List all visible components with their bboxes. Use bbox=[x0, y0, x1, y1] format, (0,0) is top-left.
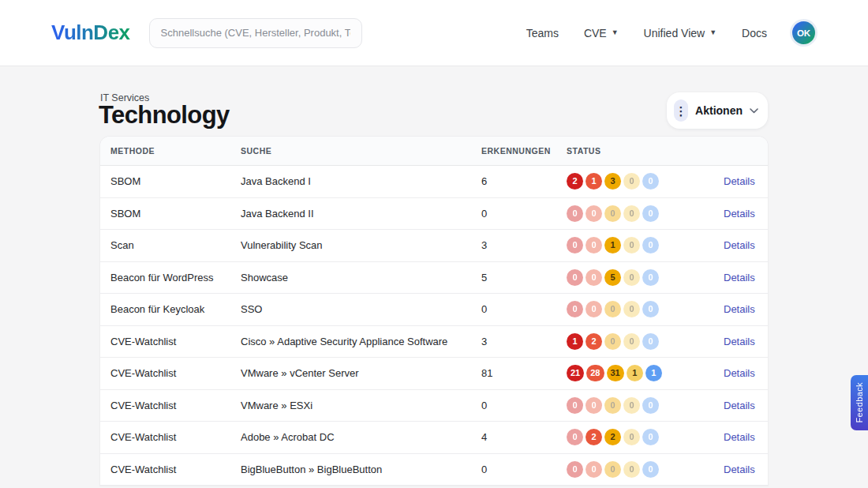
cell-methode: CVE-Watchlist bbox=[110, 431, 241, 443]
cell-methode: Scan bbox=[110, 239, 241, 251]
status-badge-low: 0 bbox=[623, 205, 640, 222]
details-link[interactable]: Details bbox=[724, 303, 755, 315]
status-badge-medium: 2 bbox=[604, 429, 621, 445]
nav-item-cve[interactable]: CVE ▼ bbox=[584, 27, 619, 39]
column-header-erkennungen: ERKENNUNGEN bbox=[481, 146, 567, 156]
cell-suche: VMware » ESXi bbox=[241, 400, 481, 411]
status-badge-low: 1 bbox=[627, 365, 643, 381]
details-link[interactable]: Details bbox=[724, 239, 755, 251]
details-link[interactable]: Details bbox=[724, 431, 755, 443]
details-link[interactable]: Details bbox=[724, 175, 755, 187]
table-row: Beacon für WordPress Showcase 5 0 0 5 0 … bbox=[100, 262, 768, 295]
cell-methode: CVE-Watchlist bbox=[110, 400, 241, 411]
status-badge-critical: 2 bbox=[567, 173, 583, 190]
status-badge-high: 0 bbox=[586, 269, 602, 286]
cell-details: Details bbox=[724, 303, 755, 315]
cell-suche: Java Backend II bbox=[241, 208, 481, 220]
cell-suche: VMware » vCenter Server bbox=[241, 367, 481, 379]
table-row: CVE-Watchlist VMware » ESXi 0 0 0 0 0 0 … bbox=[100, 390, 768, 422]
table-row: CVE-Watchlist Adobe » Acrobat DC 4 0 2 2… bbox=[100, 422, 768, 454]
status-badge-high: 0 bbox=[586, 461, 602, 478]
cell-status: 0 0 5 0 0 bbox=[567, 269, 724, 286]
table-row: CVE-Watchlist VMware » vCenter Server 81… bbox=[100, 358, 768, 390]
status-badge-info: 0 bbox=[642, 397, 659, 414]
status-badge-medium: 0 bbox=[604, 461, 621, 478]
actions-button[interactable]: ⋮ Aktionen bbox=[667, 92, 768, 129]
nav-item-docs[interactable]: Docs bbox=[742, 27, 767, 39]
table-row: SBOM Java Backend II 0 0 0 0 0 0 Details bbox=[100, 198, 768, 231]
status-badge-medium: 0 bbox=[604, 205, 621, 222]
chevron-down-icon: ▼ bbox=[612, 29, 619, 36]
column-header-status: STATUS bbox=[567, 146, 724, 156]
cell-status: 0 0 0 0 0 bbox=[567, 397, 724, 414]
logo[interactable]: VulnDex bbox=[51, 21, 130, 45]
cell-methode: SBOM bbox=[110, 208, 241, 220]
cell-status: 21 28 31 1 1 bbox=[567, 365, 724, 381]
status-badge-info: 0 bbox=[642, 333, 659, 350]
status-badge-high: 0 bbox=[586, 397, 602, 414]
table-header-row: METHODE SUCHE ERKENNUNGEN STATUS bbox=[100, 137, 768, 166]
cell-erkennungen: 0 bbox=[481, 400, 567, 411]
status-badge-critical: 0 bbox=[567, 429, 583, 445]
status-badge-medium: 0 bbox=[604, 397, 621, 414]
cell-status: 2 1 3 0 0 bbox=[567, 173, 724, 190]
status-badge-high: 1 bbox=[586, 173, 602, 190]
cell-suche: Showcase bbox=[241, 272, 481, 283]
details-link[interactable]: Details bbox=[724, 272, 755, 283]
table-row: SBOM Java Backend I 6 2 1 3 0 0 Details bbox=[100, 166, 768, 198]
chevron-down-icon bbox=[750, 108, 758, 114]
nav-item-unified-view[interactable]: Unified View ▼ bbox=[644, 27, 716, 39]
status-badge-low: 0 bbox=[623, 461, 640, 478]
details-link[interactable]: Details bbox=[724, 336, 755, 347]
status-badge-critical: 0 bbox=[567, 301, 583, 317]
main-nav: Teams CVE ▼ Unified View ▼ Docs OK bbox=[526, 21, 868, 44]
cell-erkennungen: 6 bbox=[481, 175, 567, 187]
feedback-label: Feedback bbox=[855, 382, 864, 423]
kebab-menu-icon: ⋮ bbox=[674, 99, 688, 122]
status-badge-info: 0 bbox=[642, 237, 659, 253]
status-badge-info: 1 bbox=[645, 365, 662, 381]
cell-methode: CVE-Watchlist bbox=[110, 464, 241, 475]
cell-suche: SSO bbox=[241, 303, 481, 315]
status-badge-low: 0 bbox=[623, 397, 640, 414]
status-badge-high: 0 bbox=[586, 205, 602, 222]
status-badge-critical: 0 bbox=[567, 397, 583, 414]
status-badge-low: 0 bbox=[623, 269, 640, 286]
status-badge-high: 0 bbox=[586, 237, 602, 253]
table-row: CVE-Watchlist BigBlueButton » BigBlueBut… bbox=[100, 454, 768, 486]
status-badge-high: 0 bbox=[586, 301, 602, 317]
cell-details: Details bbox=[724, 336, 755, 347]
status-badge-low: 0 bbox=[623, 173, 640, 190]
status-badge-low: 0 bbox=[623, 429, 640, 445]
nav-teams-label: Teams bbox=[526, 27, 559, 39]
cell-erkennungen: 3 bbox=[481, 336, 567, 347]
nav-docs-label: Docs bbox=[742, 27, 767, 39]
watchlist-table: METHODE SUCHE ERKENNUNGEN STATUS SBOM Ja… bbox=[100, 137, 768, 486]
search-input[interactable] bbox=[149, 18, 362, 48]
nav-item-teams[interactable]: Teams bbox=[526, 27, 559, 39]
cell-methode: CVE-Watchlist bbox=[110, 367, 241, 379]
details-link[interactable]: Details bbox=[724, 367, 755, 379]
cell-erkennungen: 0 bbox=[481, 464, 567, 475]
cell-erkennungen: 0 bbox=[481, 208, 567, 220]
cell-status: 0 0 0 0 0 bbox=[567, 461, 724, 478]
details-link[interactable]: Details bbox=[724, 208, 755, 220]
feedback-tab[interactable]: Feedback bbox=[851, 375, 868, 430]
cell-methode: Beacon für Keycloak bbox=[110, 303, 241, 315]
status-badge-critical: 21 bbox=[567, 365, 584, 381]
status-badge-medium: 5 bbox=[604, 269, 621, 286]
cell-details: Details bbox=[724, 431, 755, 443]
status-badge-info: 0 bbox=[642, 173, 659, 190]
status-badge-medium: 31 bbox=[607, 365, 624, 381]
cell-details: Details bbox=[724, 208, 755, 220]
status-badge-critical: 0 bbox=[567, 461, 583, 478]
cell-erkennungen: 4 bbox=[481, 431, 567, 443]
details-link[interactable]: Details bbox=[724, 464, 755, 475]
status-badge-medium: 1 bbox=[604, 237, 621, 253]
cell-erkennungen: 5 bbox=[481, 272, 567, 283]
cell-status: 0 0 0 0 0 bbox=[567, 301, 724, 317]
details-link[interactable]: Details bbox=[724, 400, 755, 411]
status-badge-high: 2 bbox=[586, 333, 602, 350]
user-avatar[interactable]: OK bbox=[792, 21, 815, 44]
cell-methode: CVE-Watchlist bbox=[110, 336, 241, 347]
